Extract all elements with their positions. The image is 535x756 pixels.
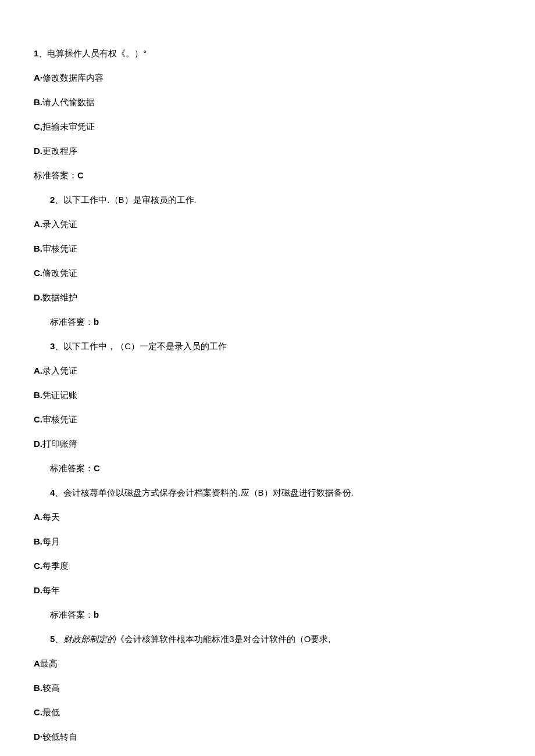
option-text: 录入凭证	[42, 366, 77, 375]
answer-3: 标准答案：C	[34, 461, 501, 475]
answer-label: 标准答案：	[50, 463, 94, 473]
answer-label: 标准答窶：	[50, 317, 94, 327]
option-5b: B.较高	[34, 681, 501, 695]
option-text: 打印账簿	[42, 439, 77, 449]
question-1: 1、电算操作人员有权《。）°	[34, 46, 501, 60]
answer-2: 标准答窶：b	[34, 315, 501, 329]
option-label: A.	[34, 512, 42, 522]
option-3a: A.录入凭证	[34, 364, 501, 378]
option-5a: A最高	[34, 657, 501, 671]
answer-4: 标准答案：b	[34, 608, 501, 622]
answer-value: C	[77, 170, 84, 180]
option-2d: D.数据维护	[34, 291, 501, 304]
question-text: 、以下工作中，（C）一定不是录入员的工作	[55, 341, 227, 351]
option-4c: C.每季度	[34, 559, 501, 573]
option-3d: D.打印账簿	[34, 437, 501, 451]
option-2b: B.审核凭证	[34, 242, 501, 256]
question-text-prefix: 、	[55, 634, 63, 644]
option-label: B.	[34, 536, 42, 546]
option-label: C,	[34, 121, 42, 131]
option-text: 请人代愉数据	[42, 97, 95, 107]
option-text: 更改程序	[42, 146, 77, 156]
option-text: 拒输未审凭证	[42, 121, 95, 131]
option-text: 每月	[42, 536, 60, 546]
option-3c: C.审核凭证	[34, 413, 501, 427]
option-text: 每季度	[42, 561, 69, 571]
option-label: A.	[34, 219, 42, 229]
option-label: B.	[34, 390, 42, 400]
question-text: 、以下工作中.（B）是审核员的工作.	[55, 195, 196, 205]
option-label: B.	[34, 683, 42, 693]
option-text: 脩改凭证	[42, 268, 77, 278]
option-4d: D.每年	[34, 583, 501, 597]
option-text: 每年	[42, 585, 60, 595]
question-3: 3、以下工作中，（C）一定不是录入员的工作	[34, 339, 501, 353]
option-3b: B.凭证记账	[34, 388, 501, 402]
option-2c: C.脩改凭证	[34, 266, 501, 280]
option-label: C.	[34, 561, 42, 571]
option-label: C.	[34, 707, 42, 717]
answer-label: 标准答案：	[34, 170, 77, 180]
option-text: 录入凭证	[42, 219, 77, 229]
option-text: 最高	[40, 658, 58, 668]
option-text: 数据维护	[42, 292, 77, 302]
option-4b: B.每月	[34, 535, 501, 549]
answer-value: C	[94, 463, 100, 473]
question-4: 4、会计核蕁单位以磁盘方式保存会计档案资料的.应（B）对磁盘进行数据备份.	[34, 486, 501, 500]
option-label: B.	[34, 97, 42, 107]
answer-value: b	[94, 610, 99, 619]
option-1a: A·修改数据库内容	[34, 71, 501, 85]
option-label: A	[34, 658, 40, 668]
option-label: D.	[34, 292, 42, 302]
option-4a: A.每天	[34, 510, 501, 524]
option-label: A.	[34, 366, 42, 375]
option-text: 审核凭证	[42, 414, 77, 424]
option-1b: B.请人代愉数据	[34, 95, 501, 109]
option-text: 较低转自	[42, 732, 77, 741]
option-5c: C.最低	[34, 705, 501, 719]
option-text: 较高	[42, 683, 60, 693]
option-text: 审核凭证	[42, 243, 77, 253]
option-1d: D.更改程序	[34, 144, 501, 158]
answer-label: 标准答案：	[50, 610, 94, 619]
question-5: 5、财政部制定的《会计核算软件根本功能标准3是对会计软件的（O要求,	[34, 632, 501, 646]
option-label: B.	[34, 243, 42, 253]
question-text-italic: 财政部制定的	[63, 634, 116, 644]
option-text: 每天	[42, 512, 60, 522]
option-label: A·	[34, 73, 42, 83]
question-text-suffix: 《会计核算软件根本功能标准3是对会计软件的（O要求,	[116, 634, 330, 644]
option-label: D.	[34, 439, 42, 449]
answer-value: b	[94, 317, 99, 327]
question-text: 、会计核蕁单位以磁盘方式保存会计档案资料的.应（B）对磁盘进行数据备份.	[55, 488, 353, 497]
option-label: D.	[34, 146, 42, 156]
option-label: D.	[34, 585, 42, 595]
option-1c: C,拒输未审凭证	[34, 120, 501, 134]
option-5d: D·较低转自	[34, 730, 501, 744]
option-text: 凭证记账	[42, 390, 77, 400]
option-label: D·	[34, 732, 42, 741]
answer-1: 标准答案：C	[34, 169, 501, 182]
question-text: 、电算操作人员有权《。）°	[38, 48, 147, 58]
option-label: C.	[34, 414, 42, 424]
option-2a: A.录入凭证	[34, 217, 501, 231]
option-label: C.	[34, 268, 42, 278]
option-text: 修改数据库内容	[42, 73, 104, 83]
question-2: 2、以下工作中.（B）是审核员的工作.	[34, 193, 501, 207]
option-text: 最低	[42, 707, 60, 717]
